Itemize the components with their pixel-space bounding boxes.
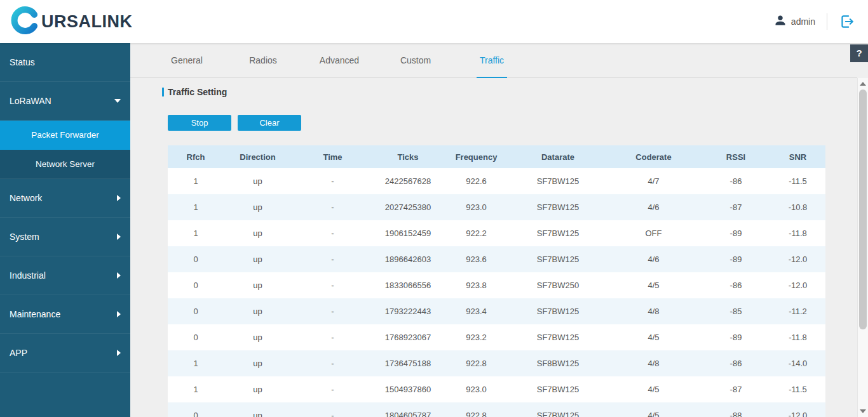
table-cell: 4/6: [606, 246, 702, 272]
sidebar-item-app[interactable]: APP: [0, 334, 130, 373]
sidebar-item-lorawan[interactable]: LoRaWAN: [0, 82, 130, 121]
table-cell: 1504937860: [374, 376, 442, 402]
scrollbar-thumb[interactable]: [859, 89, 867, 329]
table-row: 0up-1793222443923.4SF7BW1254/8-85-11.2: [168, 298, 825, 324]
table-cell: 922.8: [442, 350, 510, 376]
table-cell: -86: [702, 272, 770, 298]
help-button[interactable]: ?: [850, 44, 868, 62]
user-icon: [774, 14, 787, 29]
scroll-up-icon[interactable]: [860, 82, 866, 86]
stop-button[interactable]: Stop: [168, 115, 231, 131]
logout-icon[interactable]: [839, 13, 855, 30]
vertical-scrollbar[interactable]: [857, 78, 868, 417]
table-cell: -: [292, 324, 374, 350]
table-cell: -11.5: [770, 168, 825, 194]
chevron-right-icon: [117, 195, 121, 201]
column-header-time: Time: [292, 145, 374, 168]
logo-text: URSALINK: [41, 12, 133, 32]
table-cell: -: [292, 246, 374, 272]
table-cell: 4/5: [606, 402, 702, 417]
column-header-coderate: Coderate: [606, 145, 702, 168]
table-cell: -89: [702, 324, 770, 350]
column-header-snr: SNR: [770, 145, 825, 168]
table-cell: SF7BW125: [510, 298, 606, 324]
table-cell: 922.6: [442, 168, 510, 194]
table-cell: SF7BW250: [510, 272, 606, 298]
table-cell: 1768923067: [374, 324, 442, 350]
sidebar-nav: StatusLoRaWANPacket ForwarderNetwork Ser…: [0, 43, 130, 417]
chevron-right-icon: [117, 234, 121, 240]
tab-advanced[interactable]: Advanced: [301, 43, 377, 77]
main-content: Traffic Setting Stop Clear RfchDirection…: [130, 78, 857, 417]
tab-custom[interactable]: Custom: [377, 43, 454, 77]
table-cell: 1: [168, 194, 224, 220]
traffic-table-body: 1up-2422567628922.6SF7BW1254/7-86-11.51u…: [168, 168, 825, 417]
table-cell: -: [292, 402, 374, 417]
sidebar-item-system[interactable]: System: [0, 218, 130, 256]
sidebar-item-label: Industrial: [10, 270, 46, 281]
sidebar-item-network-server[interactable]: Network Server: [0, 150, 130, 179]
table-cell: SF7BW125: [510, 376, 606, 402]
table-cell: up: [224, 298, 292, 324]
username-label: admin: [791, 17, 815, 27]
column-header-rfch: Rfch: [168, 145, 224, 168]
table-cell: -: [292, 168, 374, 194]
sidebar-item-packet-forwarder[interactable]: Packet Forwarder: [0, 121, 130, 150]
table-cell: -: [292, 350, 374, 376]
tab-radios[interactable]: Radios: [225, 43, 301, 77]
table-cell: 923.6: [442, 246, 510, 272]
table-cell: 1906152459: [374, 220, 442, 246]
table-cell: -12.0: [770, 246, 825, 272]
table-cell: -14.0: [770, 350, 825, 376]
table-cell: 1736475188: [374, 350, 442, 376]
column-header-rssi: RSSI: [702, 145, 770, 168]
table-cell: -87: [702, 376, 770, 402]
sidebar-item-label: Network Server: [36, 159, 95, 169]
table-cell: -10.8: [770, 194, 825, 220]
logo-swoosh-icon: [10, 6, 39, 37]
table-cell: -85: [702, 298, 770, 324]
chevron-right-icon: [117, 350, 121, 356]
sidebar-item-maintenance[interactable]: Maintenance: [0, 295, 130, 334]
table-cell: -87: [702, 194, 770, 220]
sidebar-item-label: Packet Forwarder: [31, 130, 99, 140]
table-cell: 1804605787: [374, 402, 442, 417]
table-cell: -: [292, 376, 374, 402]
table-cell: 4/5: [606, 324, 702, 350]
table-row: 0up-1804605787922.8SF7BW1254/5-88-12.0: [168, 402, 825, 417]
table-row: 0up-1833066556923.8SF7BW2504/5-86-12.0: [168, 272, 825, 298]
table-cell: 923.8: [442, 272, 510, 298]
table-cell: up: [224, 272, 292, 298]
table-cell: OFF: [606, 220, 702, 246]
table-cell: 1: [168, 168, 224, 194]
column-header-frequency: Frequency: [442, 145, 510, 168]
table-cell: 4/7: [606, 168, 702, 194]
table-cell: -86: [702, 350, 770, 376]
table-cell: -88: [702, 402, 770, 417]
sidebar-item-label: Maintenance: [10, 309, 60, 319]
table-row: 1up-1504937860923.0SF7BW1254/5-87-11.5: [168, 376, 825, 402]
tab-traffic[interactable]: Traffic: [454, 43, 530, 77]
sidebar-item-network[interactable]: Network: [0, 179, 130, 218]
table-cell: -: [292, 194, 374, 220]
table-cell: SF8BW125: [510, 350, 606, 376]
sidebar-item-label: System: [10, 232, 39, 242]
table-cell: 0: [168, 272, 224, 298]
table-cell: 1: [168, 350, 224, 376]
sidebar-item-status[interactable]: Status: [0, 43, 130, 82]
table-cell: SF7BW125: [510, 402, 606, 417]
table-cell: up: [224, 168, 292, 194]
table-cell: -12.0: [770, 402, 825, 417]
sidebar-item-industrial[interactable]: Industrial: [0, 256, 130, 295]
clear-button[interactable]: Clear: [238, 115, 301, 131]
table-cell: 4/5: [606, 272, 702, 298]
table-cell: up: [224, 350, 292, 376]
column-header-ticks: Ticks: [374, 145, 442, 168]
table-cell: 0: [168, 402, 224, 417]
table-cell: 0: [168, 298, 224, 324]
scroll-down-icon[interactable]: [860, 409, 866, 413]
table-row: 1up-1906152459922.2SF7BW125OFF-89-11.8: [168, 220, 825, 246]
table-cell: 1896642603: [374, 246, 442, 272]
table-header-row: RfchDirectionTimeTicksFrequencyDatarateC…: [168, 145, 825, 168]
tab-general[interactable]: General: [149, 43, 225, 77]
